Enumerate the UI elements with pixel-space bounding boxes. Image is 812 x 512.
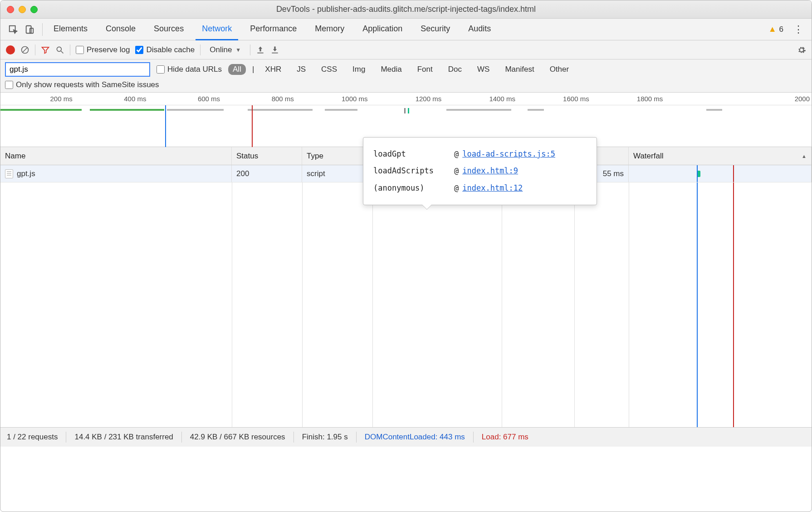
throttling-select[interactable]: Online ▼ <box>206 44 245 56</box>
samesite-input[interactable] <box>5 81 13 89</box>
ruler-tick: 2000 <box>795 93 812 105</box>
ruler-tick: 1000 ms <box>342 93 370 105</box>
callstack-at: @ <box>454 162 459 179</box>
zoom-window-button[interactable] <box>30 6 38 13</box>
close-window-button[interactable] <box>7 6 14 13</box>
tab-audits[interactable]: Audits <box>462 19 497 40</box>
ruler-tick: 1600 ms <box>563 93 591 105</box>
ruler-tick: 400 ms <box>124 93 148 105</box>
ruler-tick: 1200 ms <box>416 93 444 105</box>
callstack-link[interactable]: index.html:12 <box>462 180 523 197</box>
ruler-tick: 800 ms <box>272 93 296 105</box>
main-tabs-bar: Elements Console Sources Network Perform… <box>0 19 812 40</box>
search-icon[interactable] <box>55 45 64 54</box>
filter-type-media[interactable]: Media <box>376 64 406 75</box>
col-type[interactable]: Type <box>302 147 372 165</box>
separator <box>66 432 66 443</box>
clear-button[interactable] <box>20 45 29 54</box>
network-toolbar: Preserve log Disable cache Online ▼ <box>0 40 812 59</box>
status-resources: 42.9 KB / 667 KB resources <box>190 433 285 442</box>
separator <box>35 44 35 55</box>
tab-console[interactable]: Console <box>99 19 142 40</box>
callstack-function: loadGpt <box>373 146 450 162</box>
separator <box>70 44 70 55</box>
callstack-function: (anonymous) <box>373 180 450 197</box>
samesite-label: Only show requests with SameSite issues <box>16 80 159 89</box>
preserve-log-input[interactable] <box>76 46 84 54</box>
filter-type-xhr[interactable]: XHR <box>260 64 286 75</box>
request-name: gpt.js <box>17 169 35 178</box>
filter-bar: Hide data URLs All | XHR JS CSS Img Medi… <box>0 59 812 93</box>
tab-network[interactable]: Network <box>196 19 238 40</box>
callstack-link[interactable]: index.html:9 <box>462 162 518 179</box>
callstack-row: loadGpt @ load-ad-scripts.js:5 <box>373 146 587 162</box>
tab-application[interactable]: Application <box>356 19 409 40</box>
filter-type-doc[interactable]: Doc <box>444 64 466 75</box>
disable-cache-checkbox[interactable]: Disable cache <box>135 45 195 54</box>
more-menu-icon[interactable]: ⋮ <box>790 22 807 37</box>
filter-type-js[interactable]: JS <box>292 64 310 75</box>
filter-type-other[interactable]: Other <box>545 64 574 75</box>
tab-performance[interactable]: Performance <box>244 19 303 40</box>
callstack-function: loadAdScripts <box>373 162 450 179</box>
type-filters: All | XHR JS CSS Img Media Font Doc WS M… <box>228 64 573 75</box>
load-line <box>733 165 734 182</box>
callstack-link[interactable]: load-ad-scripts.js:5 <box>462 146 555 162</box>
hide-data-urls-checkbox[interactable]: Hide data URLs <box>157 65 222 74</box>
tab-elements[interactable]: Elements <box>47 19 94 40</box>
filter-type-all[interactable]: All <box>228 64 246 75</box>
filter-type-font[interactable]: Font <box>413 64 437 75</box>
warning-icon[interactable]: ▲ <box>768 25 777 34</box>
device-toolbar-icon[interactable] <box>21 21 38 38</box>
window-title: DevTools - publisher-ads-audits.glitch.m… <box>7 5 805 14</box>
callstack-row: (anonymous) @ index.html:12 <box>373 180 587 197</box>
ruler-tick: 1400 ms <box>489 93 517 105</box>
svg-point-5 <box>57 47 61 51</box>
cell-status: 200 <box>232 165 302 182</box>
dcl-line <box>697 165 698 182</box>
export-har-icon[interactable] <box>270 45 279 54</box>
tab-security[interactable]: Security <box>414 19 456 40</box>
filter-type-manifest[interactable]: Manifest <box>500 64 538 75</box>
tab-memory[interactable]: Memory <box>308 19 351 40</box>
preserve-log-checkbox[interactable]: Preserve log <box>76 45 130 54</box>
hide-data-urls-input[interactable] <box>157 65 165 74</box>
disable-cache-label: Disable cache <box>146 45 195 54</box>
ruler-tick: 200 ms <box>50 93 74 105</box>
settings-gear-icon[interactable] <box>797 45 806 54</box>
filter-input[interactable] <box>5 62 150 77</box>
chevron-down-icon: ▼ <box>235 47 241 53</box>
filter-type-ws[interactable]: WS <box>473 64 494 75</box>
tab-sources[interactable]: Sources <box>147 19 190 40</box>
status-load: Load: 677 ms <box>482 433 528 442</box>
separator <box>200 44 201 55</box>
samesite-checkbox[interactable]: Only show requests with SameSite issues <box>5 80 159 89</box>
col-waterfall[interactable]: Waterfall <box>629 147 812 165</box>
svg-line-4 <box>23 48 27 52</box>
cell-waterfall <box>629 165 812 182</box>
col-status[interactable]: Status <box>232 147 302 165</box>
throttling-value: Online <box>210 45 232 54</box>
filter-type-img[interactable]: Img <box>348 64 370 75</box>
separator <box>250 44 250 55</box>
status-transferred: 14.4 KB / 231 KB transferred <box>74 433 173 442</box>
inspect-element-icon[interactable] <box>5 21 21 38</box>
panel-tabs: Elements Console Sources Network Perform… <box>47 19 497 40</box>
separator <box>42 23 43 36</box>
col-name[interactable]: Name <box>0 147 232 165</box>
filter-icon[interactable] <box>41 45 50 54</box>
window-titlebar: DevTools - publisher-ads-audits.glitch.m… <box>0 0 812 19</box>
warning-count[interactable]: 6 <box>779 25 783 34</box>
timeline-ruler: 200 ms 400 ms 600 ms 800 ms 1000 ms 1200… <box>0 93 812 105</box>
ruler-tick: 600 ms <box>198 93 222 105</box>
cell-name[interactable]: gpt.js <box>0 165 232 182</box>
filter-type-css[interactable]: CSS <box>317 64 342 75</box>
table-body-empty <box>0 182 812 428</box>
disable-cache-input[interactable] <box>135 46 143 54</box>
record-button[interactable] <box>6 45 15 54</box>
import-har-icon[interactable] <box>256 45 265 54</box>
minimize-window-button[interactable] <box>19 6 26 13</box>
status-bar: 1 / 22 requests 14.4 KB / 231 KB transfe… <box>0 428 812 447</box>
filter-type-sep: | <box>252 65 254 74</box>
preserve-log-label: Preserve log <box>87 45 130 54</box>
